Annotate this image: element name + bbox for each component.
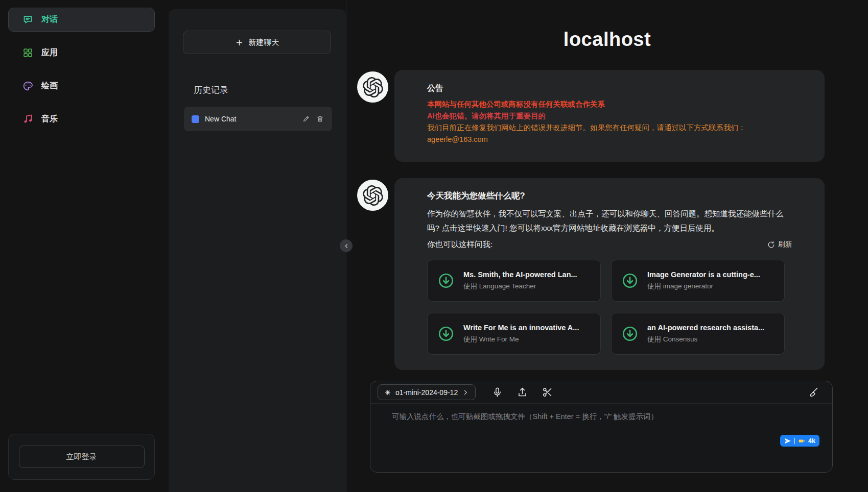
welcome-body: 作为你的智慧伙伴，我不仅可以写文案、出点子，还可以和你聊天、回答问题。想知道我还… (427, 207, 792, 235)
upload-icon (517, 387, 528, 398)
collapse-sidebar-button[interactable] (340, 239, 353, 252)
microphone-button[interactable] (491, 386, 503, 399)
chat-avatar-icon (192, 115, 199, 123)
sidebar-item-label: 对话 (41, 14, 58, 25)
suggestion-subtitle: 使用 Language Teacher (463, 282, 577, 291)
chevron-left-icon (343, 242, 350, 250)
chat-list-item[interactable]: New Chat (184, 107, 332, 131)
sidebar-nav: 对话 应用 绘画 音乐 (8, 8, 155, 131)
palette-icon (22, 81, 33, 92)
circle-arrow-down-icon (437, 325, 455, 343)
token-count: 4k (808, 437, 815, 445)
chat-title: New Chat (205, 115, 297, 123)
model-selector[interactable]: o1-mini-2024-09-12 (378, 384, 476, 400)
welcome-message: 今天我能为您做些什么呢? 作为你的智慧伙伴，我不仅可以写文案、出点子，还可以和你… (394, 178, 825, 370)
battery-icon (798, 437, 805, 445)
refresh-suggestions-button[interactable]: 刷新 (767, 237, 792, 252)
main-area: localhost 公告 本网站与任何其他公司或商标没有任何关联或合作关系 AI… (346, 0, 868, 492)
announcement-message: 公告 本网站与任何其他公司或商标没有任何关联或合作关系 AI也会犯错。请勿将其用… (394, 70, 825, 162)
sidebar-item-paint[interactable]: 绘画 (8, 74, 155, 98)
prompt-row: 你也可以这样问我: 刷新 (427, 237, 792, 252)
history-title: 历史记录 (194, 84, 228, 96)
suggestion-card[interactable]: Image Generator is a cutting-e... 使用 ima… (611, 260, 785, 302)
suggestion-subtitle: 使用 image generator (647, 282, 760, 291)
sparkle-icon (384, 389, 391, 396)
music-note-icon (22, 114, 33, 125)
sidebar: 对话 应用 绘画 音乐 立即登录 (0, 0, 169, 492)
microphone-icon (492, 387, 503, 398)
chat-bubble-icon (22, 14, 33, 26)
app-window: 对话 应用 绘画 音乐 立即登录 (0, 0, 868, 492)
circle-arrow-down-icon (621, 325, 639, 343)
announcement-line-3: 我们目前正在修复我们网站上的错误并改进细节。如果您有任何疑问，请通过以下方式联系… (427, 122, 792, 134)
suggestion-title: Image Generator is a cutting-e... (647, 270, 760, 279)
announcement-line-2: AI也会犯错。请勿将其用于重要目的 (427, 110, 792, 122)
clear-context-button[interactable] (807, 386, 819, 399)
announcement-heading: 公告 (427, 83, 792, 94)
openai-logo-icon (363, 77, 383, 97)
composer-toolbar: o1-mini-2024-09-12 (370, 381, 832, 404)
suggestion-title: Ms. Smith, the AI-powered Lan... (463, 270, 577, 279)
refresh-icon (767, 241, 775, 249)
welcome-heading: 今天我能为您做些什么呢? (427, 190, 792, 202)
plus-icon (235, 38, 244, 47)
edit-icon[interactable] (302, 115, 311, 123)
login-button[interactable]: 立即登录 (19, 446, 145, 468)
delete-icon[interactable] (316, 115, 324, 123)
scissors-icon (542, 387, 553, 398)
suggestion-card[interactable]: Ms. Smith, the AI-powered Lan... 使用 Lang… (427, 260, 601, 302)
assistant-avatar (357, 71, 388, 103)
send-plane-icon (784, 437, 791, 445)
new-chat-label: 新建聊天 (249, 38, 279, 47)
openai-logo-icon (363, 185, 383, 206)
broom-icon (808, 387, 818, 398)
badge-divider (794, 438, 795, 444)
sidebar-item-label: 音乐 (41, 114, 58, 125)
suggestion-subtitle: 使用 Write For Me (463, 335, 579, 344)
scissors-button[interactable] (541, 386, 553, 399)
sidebar-item-label: 绘画 (41, 81, 58, 91)
suggestion-card[interactable]: Write For Me is an innovative A... 使用 Wr… (427, 313, 601, 355)
assistant-avatar (357, 180, 388, 211)
circle-arrow-down-icon (621, 272, 639, 290)
page-title: localhost (346, 29, 868, 51)
apps-grid-icon (22, 47, 33, 59)
message-input[interactable] (370, 404, 832, 451)
suggestion-title: an AI-powered research assista... (647, 324, 764, 332)
sidebar-item-chat[interactable]: 对话 (8, 8, 155, 32)
sidebar-item-music[interactable]: 音乐 (8, 107, 155, 131)
chat-list-panel: 新建聊天 历史记录 New Chat (169, 9, 346, 492)
new-chat-button[interactable]: 新建聊天 (183, 31, 331, 54)
contact-email-link[interactable]: ageerle@163.com (427, 134, 792, 145)
suggestion-subtitle: 使用 Consensus (647, 335, 764, 344)
suggestion-card[interactable]: an AI-powered research assista... 使用 Con… (611, 313, 785, 355)
sidebar-item-apps[interactable]: 应用 (8, 41, 155, 65)
suggestion-title: Write For Me is an innovative A... (463, 324, 579, 332)
chevron-right-icon (462, 389, 469, 396)
prompt-label: 你也可以这样问我: (427, 237, 492, 252)
composer: o1-mini-2024-09-12 (370, 381, 833, 473)
refresh-label: 刷新 (778, 237, 792, 252)
login-panel: 立即登录 (8, 434, 155, 480)
suggestion-grid: Ms. Smith, the AI-powered Lan... 使用 Lang… (427, 260, 792, 355)
model-name: o1-mini-2024-09-12 (395, 388, 458, 397)
sidebar-item-label: 应用 (41, 47, 58, 58)
send-button[interactable]: 4k (780, 435, 819, 447)
circle-arrow-down-icon (437, 272, 455, 290)
announcement-line-1: 本网站与任何其他公司或商标没有任何关联或合作关系 (427, 99, 792, 110)
upload-button[interactable] (516, 386, 528, 399)
